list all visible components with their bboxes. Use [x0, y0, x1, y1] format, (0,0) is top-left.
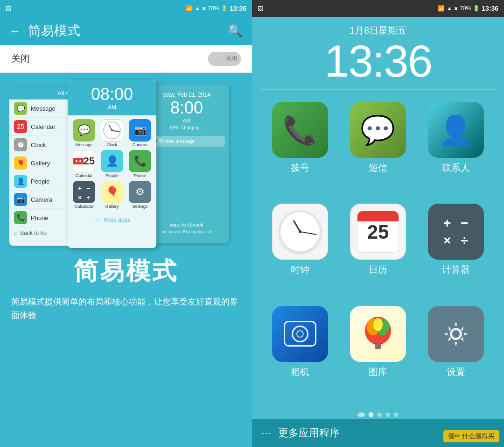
mini-calculator-label: Calculator — [75, 204, 94, 209]
app-cell-contacts[interactable]: 👤 联系人 — [417, 97, 495, 199]
mini-phone-label: Phone — [134, 173, 146, 178]
app-cell-clock[interactable]: 时钟 — [261, 199, 339, 301]
calendar-dot — [381, 216, 383, 218]
camera-body — [284, 321, 316, 347]
camera-icon-small: 📷 — [14, 193, 27, 206]
right-status-time: 13:36 — [482, 5, 498, 12]
dot-1 — [377, 412, 382, 417]
toggle-value: 关闭 — [226, 55, 237, 63]
calendar-header-dots — [364, 215, 392, 218]
left-status-bar: 🖼 📶 ▲ ✖ 70% 🔋 13:36 — [0, 0, 252, 17]
calculator-app-label: 计算器 — [442, 263, 470, 276]
left-status-right: 📶 ▲ ✖ 70% 🔋 13:36 — [186, 5, 246, 12]
camera-app-label: 相机 — [291, 366, 309, 378]
preview-area: All Apps 💬 Message 25 Calendar 🕐 Clock 🎈… — [0, 73, 252, 447]
app-cell-phone[interactable]: 📞 拨号 — [261, 97, 339, 199]
apps-grid: 📞 拨号 💬 短信 👤 联系人 — [252, 90, 504, 411]
calculator-face: + − × ÷ — [435, 211, 477, 253]
mini-calculator-icon: + − × ÷ — [73, 181, 95, 203]
watermark-text: 值✏ 什么值得买 — [448, 432, 495, 440]
calendar-dot — [389, 216, 392, 218]
mini-settings-app[interactable]: ⚙ Settings — [127, 181, 153, 209]
dot-person — [357, 412, 365, 417]
right-mute-icon: ✖ — [454, 6, 458, 11]
mini-phone-app[interactable]: 📞 Phone — [127, 150, 153, 178]
message-app-label: 短信 — [369, 162, 387, 174]
right-date: 1月8日星期五 — [252, 17, 504, 37]
more-apps-label: More apps — [104, 217, 131, 223]
dot-active — [369, 412, 373, 417]
app-cell-calculator[interactable]: + − × ÷ 计算器 — [417, 199, 495, 301]
mini-people-app[interactable]: 👤 People — [99, 150, 125, 178]
right-time: 13:36 — [252, 37, 504, 89]
mini-clock-app[interactable]: Clock — [99, 119, 125, 147]
top-bar-left: ← 简易模式 — [9, 22, 80, 40]
message-label: Message — [31, 105, 56, 112]
left-status-icons: 🖼 — [6, 5, 11, 12]
app-cell-camera[interactable]: 相机 — [261, 301, 339, 403]
phone-mid-time-area: 08:00 AM — [68, 80, 156, 115]
app-cell-settings[interactable]: 设置 — [417, 301, 495, 403]
minus-symbol: − — [461, 217, 468, 230]
back-to-home-label: Back to ho — [20, 230, 47, 236]
battery-percent: 70% — [208, 5, 219, 12]
phone-mid-mockup: 08:00 AM 💬 Message — [68, 80, 156, 248]
notification-icon: 🖼 — [6, 5, 11, 12]
left-top-bar: ← 简易模式 🔍 — [0, 17, 252, 45]
camera-label: Camera — [31, 196, 52, 203]
left-panel: 🖼 📶 ▲ ✖ 70% 🔋 13:36 ← 简易模式 🔍 关闭 关闭 — [0, 0, 252, 447]
calendar-dot — [377, 216, 379, 218]
grid-apps-icon: ⋯ — [261, 427, 271, 439]
mini-camera-label: Camera — [133, 142, 147, 147]
page-indicators — [252, 411, 504, 419]
home-icon: ⌂ — [14, 230, 17, 236]
preview-description: 简易模式提供简单的布局和核心功能，让您享受友好直观的界面体验 — [0, 288, 252, 330]
back-arrow-icon[interactable]: ← — [9, 24, 21, 37]
mini-settings-label: Settings — [133, 204, 148, 209]
msg-label: new message — [166, 139, 195, 144]
right-status-bar: 🖼 📶 ▲ ✖ 70% 🔋 13:36 — [252, 0, 504, 17]
calendar-number: 25 — [357, 221, 399, 243]
phone-right-footer: wipe to Unlock or name or Emergency call — [145, 222, 229, 234]
times-symbol: × — [443, 234, 451, 247]
clock-label: Clock — [31, 142, 46, 149]
phone-mid-am: AM — [72, 104, 152, 111]
gallery-app-icon — [350, 306, 406, 362]
svg-point-3 — [373, 318, 383, 331]
mini-calendar-label: Calendar — [76, 173, 93, 178]
gallery-app-label: 图库 — [369, 366, 387, 378]
phone-app-icon: 📞 — [272, 102, 328, 158]
mute-icon: ✖ — [202, 6, 206, 11]
right-signal-icon: ▲ — [447, 5, 452, 12]
mini-calculator-app[interactable]: + − × ÷ Calculator — [71, 181, 97, 209]
phone-mid-footer[interactable]: ⋯ More apps — [68, 213, 156, 227]
mini-message-app[interactable]: 💬 Message — [71, 119, 97, 147]
mini-gallery-app[interactable]: 🎈 Gallery — [99, 181, 125, 209]
right-battery-icon: 🔋 — [473, 5, 480, 12]
signal-icon: ▲ — [195, 5, 200, 12]
mini-clock-label: Clock — [107, 142, 118, 147]
dot-3 — [394, 412, 399, 417]
app-cell-message[interactable]: 💬 短信 — [339, 97, 417, 199]
msg-count: 50 — [159, 139, 164, 144]
phone-right-message: 💬 50 new message — [148, 136, 225, 147]
settings-app-icon — [428, 306, 484, 362]
camera-lens-inner — [296, 330, 304, 338]
app-cell-gallery[interactable]: 图库 — [339, 301, 417, 403]
mini-calendar-app[interactable]: 25 Calendar — [71, 150, 97, 178]
phone-icon-small: 📞 — [14, 211, 27, 224]
phone-label: Phone — [31, 214, 49, 221]
calendar-app-icon: 25 — [350, 204, 406, 260]
toggle-row: 关闭 关闭 — [0, 45, 252, 73]
people-icon-small: 👤 — [14, 175, 27, 188]
gallery-icon-small: 🎈 — [14, 156, 27, 170]
toggle-switch[interactable]: 关闭 — [208, 52, 241, 66]
search-icon[interactable]: 🔍 — [228, 24, 243, 38]
calendar-dot — [372, 216, 375, 218]
app-cell-calendar[interactable]: 25 日历 — [339, 199, 417, 301]
mini-camera-app[interactable]: 📷 Camera — [127, 119, 153, 147]
svg-point-8 — [452, 330, 460, 338]
toggle-label: 关闭 — [11, 52, 30, 65]
calendar-label: Calendar — [31, 123, 56, 130]
divide-symbol: ÷ — [461, 234, 468, 247]
